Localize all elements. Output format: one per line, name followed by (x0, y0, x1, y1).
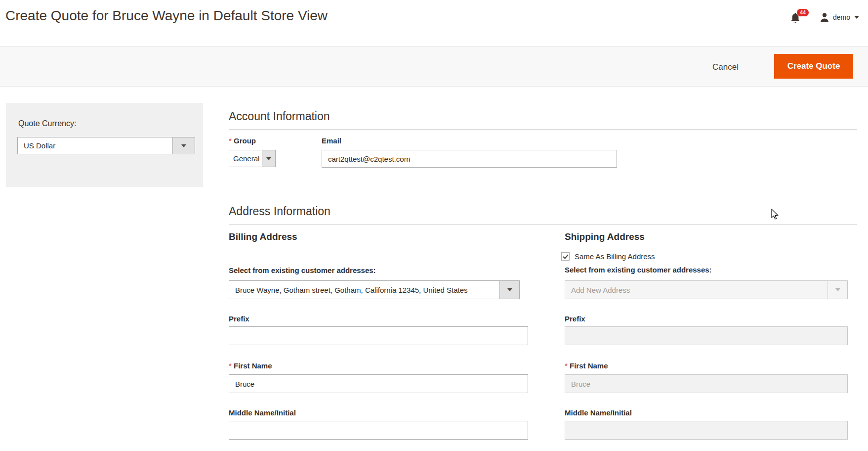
account-information-heading: Account Information (229, 110, 857, 130)
quote-currency-select-button[interactable] (172, 137, 195, 154)
billing-middle-name-label: Middle Name/Initial (229, 408, 296, 417)
account-information-section: Account Information (229, 110, 857, 130)
same-as-billing-row: Same As Billing Address (561, 252, 655, 261)
shipping-address-select-button (827, 281, 847, 299)
shipping-middle-name-label: Middle Name/Initial (565, 408, 632, 417)
billing-prefix-label: Prefix (229, 315, 249, 323)
address-information-heading: Address Information (229, 205, 857, 225)
dropdown-arrow-icon (181, 144, 186, 147)
group-select[interactable]: General (229, 150, 276, 167)
checkmark-icon (563, 254, 569, 259)
billing-address-heading: Billing Address (229, 231, 297, 242)
shipping-first-name-field (565, 374, 848, 393)
user-menu[interactable]: demo (819, 12, 859, 23)
username-label: demo (833, 13, 850, 21)
notifications-button[interactable]: 44 (790, 10, 807, 24)
address-information-section: Address Information (229, 205, 857, 225)
billing-middle-name-field[interactable] (229, 421, 528, 440)
dropdown-arrow-icon (507, 288, 512, 291)
shipping-prefix-label: Prefix (565, 315, 585, 323)
quote-currency-select[interactable]: US Dollar (17, 137, 195, 154)
dropdown-arrow-icon (266, 157, 271, 160)
user-icon (819, 12, 830, 23)
billing-existing-address-value: Bruce Wayne, Gotham street, Gotham, Cali… (229, 281, 499, 299)
billing-prefix-field[interactable] (229, 326, 528, 345)
page-actions-bar: Cancel Create Quote (0, 46, 868, 87)
group-select-value: General (229, 150, 262, 167)
page-title: Create Quote for Bruce Wayne in Default … (5, 8, 328, 24)
shipping-first-name-label: First Name (565, 361, 608, 370)
shipping-existing-address-value: Add New Address (565, 281, 827, 299)
cancel-button[interactable]: Cancel (707, 58, 744, 76)
same-as-billing-checkbox[interactable] (561, 252, 570, 261)
shipping-existing-address-select: Add New Address (565, 280, 848, 299)
billing-existing-address-label: Select from existing customer addresses: (229, 266, 376, 274)
group-label: Group (229, 136, 256, 145)
shipping-address-heading: Shipping Address (565, 231, 645, 242)
email-field[interactable] (322, 150, 617, 168)
notifications-count-badge: 44 (796, 8, 809, 17)
admin-user-area: 44 demo (790, 10, 859, 25)
shipping-middle-name-field (565, 421, 848, 440)
create-quote-button[interactable]: Create Quote (774, 54, 853, 79)
quote-currency-panel: Quote Currency: US Dollar (6, 103, 203, 187)
billing-first-name-label: First Name (229, 361, 272, 370)
group-select-button[interactable] (262, 150, 275, 167)
shipping-prefix-field (565, 326, 848, 345)
shipping-existing-address-label: Select from existing customer addresses: (565, 266, 712, 274)
billing-first-name-field[interactable] (229, 374, 528, 393)
same-as-billing-label: Same As Billing Address (575, 252, 655, 261)
dropdown-arrow-icon (835, 288, 840, 291)
billing-address-select-button[interactable] (499, 281, 519, 299)
email-label: Email (322, 136, 341, 145)
quote-currency-value: US Dollar (18, 137, 172, 154)
quote-currency-label: Quote Currency: (18, 119, 76, 128)
chevron-down-icon (854, 16, 859, 19)
billing-existing-address-select[interactable]: Bruce Wayne, Gotham street, Gotham, Cali… (229, 280, 520, 299)
